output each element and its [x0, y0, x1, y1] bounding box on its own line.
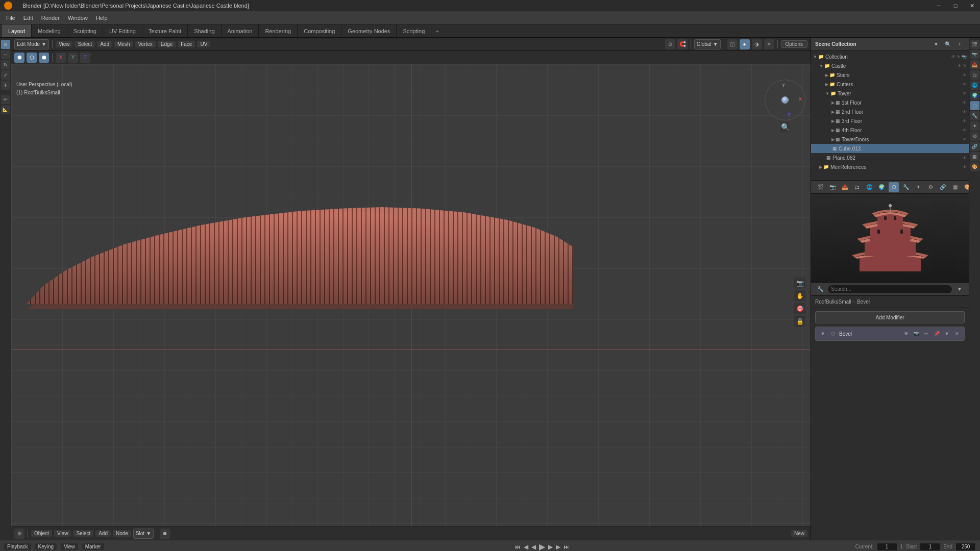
- z-axis-constraint[interactable]: Z: [80, 53, 90, 63]
- snap-toggle[interactable]: 🧲: [677, 39, 688, 49]
- options-button[interactable]: Options: [781, 40, 807, 48]
- rendered-shading[interactable]: ☀: [764, 39, 774, 49]
- outliner-item-plane082[interactable]: ▦ Plane.082 👁: [811, 153, 969, 162]
- bottom-view-menu[interactable]: View: [54, 530, 71, 537]
- properties-render-icon[interactable]: 📷: [827, 182, 838, 192]
- vp-mode-icon[interactable]: ⊞: [14, 529, 24, 539]
- measure-tool[interactable]: 📐: [1, 105, 10, 114]
- cursor-tool[interactable]: ⊕: [1, 40, 10, 49]
- properties-tab-physics[interactable]: ⚙: [970, 132, 979, 141]
- properties-constraints-icon[interactable]: 🔗: [938, 182, 948, 192]
- vertex-menu[interactable]: Vertex: [135, 41, 155, 47]
- modifier-pin-button[interactable]: 📌: [933, 330, 941, 338]
- prev-frame-button[interactable]: ◀: [524, 543, 528, 550]
- next-keyframe-button[interactable]: ▶: [548, 543, 553, 550]
- new-material-button[interactable]: New: [791, 530, 807, 537]
- annotate-tool[interactable]: ✏: [1, 95, 10, 104]
- material-shading[interactable]: ◑: [752, 39, 762, 49]
- modifier-delete-button[interactable]: ✕: [953, 330, 961, 338]
- outliner-item-3rdfloor[interactable]: ▶ ▦ 3rd Floor 👁: [811, 116, 969, 126]
- window-controls[interactable]: ─ □ ✕: [931, 0, 980, 11]
- mode-selector[interactable]: Edit Mode ▼: [14, 39, 49, 49]
- outliner-item-menreferences[interactable]: ▶ 📁 MenReferences 👁: [811, 162, 969, 171]
- gizmo-z-axis[interactable]: Z: [788, 112, 791, 117]
- next-frame-button[interactable]: ▶: [556, 543, 560, 550]
- timeline-tab-keying[interactable]: Keying: [35, 543, 57, 550]
- zoom-in-button[interactable]: 🔍: [780, 122, 790, 132]
- tab-uv-editing[interactable]: UV Editing: [103, 24, 142, 37]
- tab-geometry-nodes[interactable]: Geometry Nodes: [341, 24, 397, 37]
- modifier-editmode-toggle[interactable]: ✏: [922, 330, 930, 338]
- face-select-mode[interactable]: ⬢: [39, 53, 49, 63]
- minimize-button[interactable]: ─: [931, 0, 947, 11]
- bottom-object-menu[interactable]: Object: [31, 530, 52, 537]
- tab-sculpting[interactable]: Sculpting: [67, 24, 103, 37]
- outliner-search-button[interactable]: 🔍: [943, 39, 953, 49]
- maximize-button[interactable]: □: [947, 0, 964, 11]
- menu-help[interactable]: Help: [92, 14, 112, 22]
- properties-world-icon[interactable]: 🌍: [876, 182, 887, 192]
- viewport-canvas[interactable]: /* tile columns - handled by inline SVG …: [11, 64, 811, 540]
- properties-tab-scene[interactable]: 🎬: [970, 40, 979, 49]
- x-axis-constraint[interactable]: X: [56, 53, 66, 63]
- gizmo-circle[interactable]: X Y Z: [765, 80, 805, 120]
- bottom-node-menu[interactable]: Node: [113, 530, 131, 537]
- outliner-item-4thfloor[interactable]: ▶ ▦ 4th Floor 👁: [811, 126, 969, 135]
- edge-select-mode[interactable]: ⬡: [27, 53, 37, 63]
- modifier-filter-button[interactable]: ▼: [954, 284, 965, 294]
- properties-modifiers-icon[interactable]: 🔧: [901, 182, 911, 192]
- edge-menu[interactable]: Edge: [158, 41, 176, 47]
- tab-animation[interactable]: Animation: [222, 24, 259, 37]
- jump-start-button[interactable]: ⏮: [514, 543, 521, 550]
- properties-scene-icon[interactable]: 🎬: [815, 182, 825, 192]
- properties-tab-particles[interactable]: ✦: [970, 121, 979, 131]
- outliner-item-2ndfloor[interactable]: ▶ ▦ 2nd Floor 👁: [811, 107, 969, 116]
- uv-menu[interactable]: UV: [197, 41, 210, 47]
- properties-material-icon[interactable]: 🎨: [962, 182, 969, 192]
- properties-tab-scene2[interactable]: 🌐: [970, 81, 979, 90]
- rotate-tool[interactable]: ↻: [1, 60, 10, 69]
- add-menu[interactable]: Add: [97, 41, 112, 47]
- lock-view-button[interactable]: 🔒: [794, 316, 805, 327]
- vertex-select-mode[interactable]: ⬟: [14, 53, 24, 63]
- outliner-add-button[interactable]: +: [954, 39, 965, 49]
- orbit-view-button[interactable]: 🎯: [794, 303, 805, 314]
- properties-physics-icon[interactable]: ⚙: [925, 182, 936, 192]
- outliner-item-cutters[interactable]: ▶ 📁 Cutters 👁: [811, 80, 969, 89]
- properties-output-icon[interactable]: 📤: [840, 182, 850, 192]
- menu-render[interactable]: Render: [37, 14, 64, 22]
- properties-tab-world[interactable]: 🌍: [970, 91, 979, 100]
- add-workspace-button[interactable]: +: [431, 24, 443, 37]
- timeline-tab-marker[interactable]: Marker: [82, 543, 104, 550]
- current-frame-input[interactable]: [877, 543, 897, 551]
- close-button[interactable]: ✕: [964, 0, 980, 11]
- face-menu[interactable]: Face: [178, 41, 195, 47]
- properties-scene-props-icon[interactable]: 🌐: [864, 182, 874, 192]
- end-frame-input[interactable]: [955, 543, 976, 551]
- tab-scripting[interactable]: Scripting: [397, 24, 431, 37]
- properties-tab-object[interactable]: ⬡: [970, 101, 979, 110]
- move-tool[interactable]: ↔: [1, 50, 10, 59]
- solid-shading[interactable]: ●: [740, 39, 750, 49]
- menu-window[interactable]: Window: [64, 14, 92, 22]
- properties-view-layer-icon[interactable]: 🗂: [852, 182, 862, 192]
- bottom-add-menu[interactable]: Add: [95, 530, 111, 537]
- viewport-3d[interactable]: Edit Mode ▼ View Select Add Mesh Vertex …: [11, 38, 811, 540]
- proportional-editing-toggle[interactable]: ⊙: [665, 39, 675, 49]
- modifier-expand-button[interactable]: ▼: [819, 330, 827, 338]
- jump-end-button[interactable]: ⏭: [564, 543, 570, 550]
- outliner-item-towerdoors[interactable]: ▶ ▦ TowerDoors 👁: [811, 135, 969, 144]
- transform-tool[interactable]: ✛: [1, 81, 10, 90]
- slot-selector[interactable]: Slot ▼: [133, 529, 154, 539]
- outliner-item-collection[interactable]: ▼ 📁 Collection 👁🖱📷: [811, 52, 969, 61]
- modifier-realtime-toggle[interactable]: 👁: [902, 330, 910, 338]
- outliner-item-tower[interactable]: ▼ 📁 Tower 👁: [811, 89, 969, 98]
- properties-data-icon[interactable]: ▦: [950, 182, 960, 192]
- viewport-gizmo[interactable]: X Y Z 🔍: [765, 80, 805, 120]
- outliner-item-cube013[interactable]: ▦ Cube.013 👁: [811, 144, 969, 153]
- gizmo-x-axis[interactable]: X: [799, 96, 802, 102]
- record-button[interactable]: ⏺: [160, 529, 170, 539]
- properties-tab-modifiers[interactable]: 🔧: [970, 111, 979, 120]
- properties-tab-constraints[interactable]: 🔗: [970, 142, 979, 151]
- outliner-item-1stfloor[interactable]: ▶ ▦ 1st Floor 👁: [811, 98, 969, 107]
